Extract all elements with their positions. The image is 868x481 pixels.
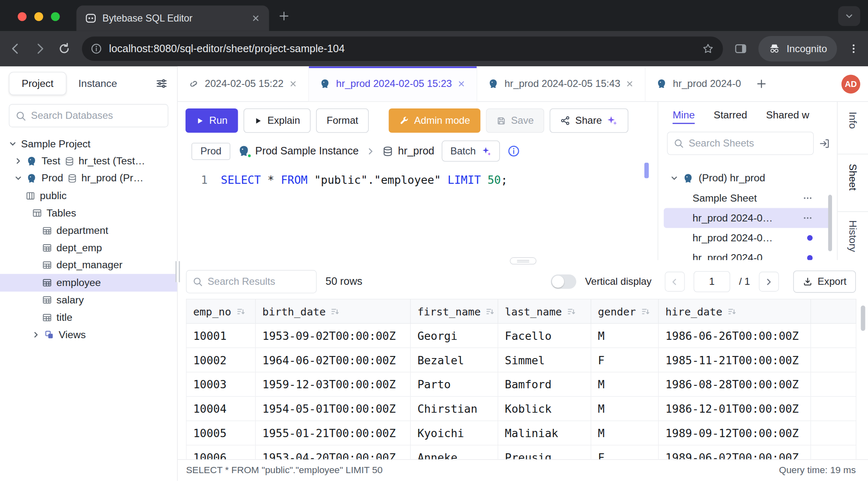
info-icon[interactable] (507, 145, 519, 157)
tab-search-chevron-button[interactable] (838, 6, 860, 26)
sheet-item[interactable]: hr_prod 2024-0 (664, 248, 832, 260)
tab-project[interactable]: Project (9, 72, 66, 95)
tree-node-table[interactable]: dept_manager (0, 257, 177, 274)
run-button[interactable]: Run (186, 108, 238, 133)
sheet-item-selected[interactable]: hr_prod 2024-0… (664, 208, 832, 228)
column-header[interactable]: first_name (410, 299, 498, 324)
sheet-tab[interactable]: hr_prod 2024-0 (646, 66, 749, 101)
tree-label: title (56, 311, 72, 323)
browser-menu-icon[interactable] (848, 43, 859, 54)
back-icon[interactable] (9, 42, 22, 55)
chevron-right-icon[interactable] (14, 157, 22, 165)
share-button[interactable]: Share (550, 108, 629, 133)
line-number: 1 (178, 173, 207, 186)
new-sheet-button[interactable] (749, 66, 774, 101)
editor-scrollbar-thumb[interactable] (644, 163, 649, 178)
tree-node-tables-group[interactable]: Tables (0, 204, 177, 222)
tree-node-schema-public[interactable]: public (0, 187, 177, 204)
tree-node-table[interactable]: dept_emp (0, 239, 177, 257)
tree-node-project[interactable]: Sample Project (0, 135, 177, 152)
sheet-tab[interactable]: 2024-02-05 15:22 (178, 66, 309, 101)
sheet-group[interactable]: (Prod) hr_prod (658, 168, 837, 188)
tree-node-views-group[interactable]: Views (0, 326, 177, 344)
close-icon[interactable] (626, 79, 634, 88)
prev-page-button[interactable] (665, 272, 685, 291)
save-button[interactable]: Save (486, 108, 544, 133)
tab-mine[interactable]: Mine (673, 109, 695, 124)
new-tab-button[interactable] (276, 8, 292, 24)
sidebar-resize-handle[interactable] (176, 261, 180, 282)
postgres-engine-icon (238, 145, 250, 157)
tree-node-prod-instance[interactable]: Prod hr_prod (Pr… (0, 170, 177, 187)
close-icon[interactable] (458, 79, 466, 88)
chevron-right-icon[interactable] (32, 331, 40, 339)
column-header[interactable]: last_name (498, 299, 591, 324)
sheet-tab-active[interactable]: hr_prod 2024-02-05 15:23 (309, 66, 477, 101)
chevron-down-icon[interactable] (14, 175, 22, 183)
sheet-search[interactable] (667, 132, 814, 155)
table-scrollbar-thumb[interactable] (861, 305, 866, 331)
horizontal-splitter[interactable] (178, 260, 868, 265)
panel-scrollbar-thumb[interactable] (828, 195, 832, 251)
instance-selector[interactable]: Prod Sample Instance (238, 145, 359, 157)
more-actions-icon[interactable] (803, 193, 813, 203)
database-selector[interactable]: hr_prod (383, 145, 434, 157)
chevron-down-icon[interactable] (670, 174, 678, 182)
database-search[interactable] (9, 104, 168, 127)
url-text: localhost:8080/sql-editor/sheet/project-… (109, 43, 694, 55)
tree-label: Test (41, 155, 60, 167)
results-search-input[interactable] (207, 276, 310, 287)
side-panel-icon[interactable] (734, 42, 747, 55)
sheet-tab[interactable]: hr_prod 2024-02-05 15:43 (477, 66, 646, 101)
splitter-handle[interactable] (509, 257, 536, 265)
batch-button[interactable]: Batch (442, 141, 499, 162)
window-zoom-button[interactable] (51, 12, 60, 21)
reload-icon[interactable] (58, 42, 71, 55)
vertical-display-toggle[interactable] (551, 274, 576, 289)
tree-node-table[interactable]: department (0, 222, 177, 239)
column-header[interactable]: hire_date (658, 299, 811, 324)
chevron-down-icon[interactable] (9, 140, 17, 148)
results-search[interactable] (186, 270, 316, 293)
collapse-panel-icon[interactable] (819, 137, 830, 149)
database-search-input[interactable] (31, 110, 162, 121)
sheet-item[interactable]: Sample Sheet (664, 188, 832, 208)
column-header[interactable]: gender (591, 299, 658, 324)
close-icon[interactable] (289, 79, 297, 88)
tree-node-table[interactable]: salary (0, 291, 177, 309)
next-page-button[interactable] (759, 272, 779, 291)
site-info-icon[interactable] (91, 43, 102, 54)
tree-filter-icon[interactable] (155, 77, 168, 90)
tree-node-table[interactable]: title (0, 309, 177, 326)
tab-sheet[interactable]: Sheet (847, 164, 859, 191)
export-button[interactable]: Export (793, 271, 856, 293)
user-avatar[interactable]: AD (841, 75, 860, 93)
window-minimize-button[interactable] (34, 12, 43, 21)
tab-shared[interactable]: Shared w (766, 109, 809, 124)
tab-history[interactable]: History (847, 220, 859, 252)
format-button[interactable]: Format (316, 108, 369, 133)
bookmark-star-icon[interactable] (702, 43, 714, 55)
page-number-input[interactable] (694, 271, 730, 292)
tab-instance[interactable]: Instance (78, 77, 117, 89)
tab-starred[interactable]: Starred (714, 109, 747, 124)
column-header[interactable]: birth_date (256, 299, 410, 324)
incognito-badge: Incognito (758, 36, 837, 61)
column-header[interactable]: emp_no (186, 299, 256, 324)
more-actions-icon[interactable] (803, 213, 813, 223)
window-close-button[interactable] (18, 12, 27, 21)
tree-node-table-employee-selected[interactable]: employee (0, 274, 177, 291)
admin-mode-button[interactable]: Admin mode (389, 108, 481, 133)
explain-button[interactable]: Explain (244, 108, 311, 133)
tab-info[interactable]: Info (847, 112, 859, 129)
url-bar[interactable]: localhost:8080/sql-editor/sheet/project-… (82, 36, 723, 61)
sheet-search-input[interactable] (689, 137, 807, 149)
sheet-item[interactable]: hr_prod 2024-0… (664, 228, 832, 248)
forward-icon[interactable] (33, 42, 46, 55)
sql-editor[interactable]: 1 SELECT * FROM "public"."employee" LIMI… (178, 167, 658, 260)
browser-tab[interactable]: Bytebase SQL Editor (76, 5, 269, 31)
editor-toolbar: Run Explain Format Admin mode (178, 102, 658, 137)
tree-node-test-instance[interactable]: Test hr_test (Test… (0, 152, 177, 170)
sheet-group-label: (Prod) hr_prod (699, 172, 765, 184)
tab-close-icon[interactable] (251, 14, 260, 22)
